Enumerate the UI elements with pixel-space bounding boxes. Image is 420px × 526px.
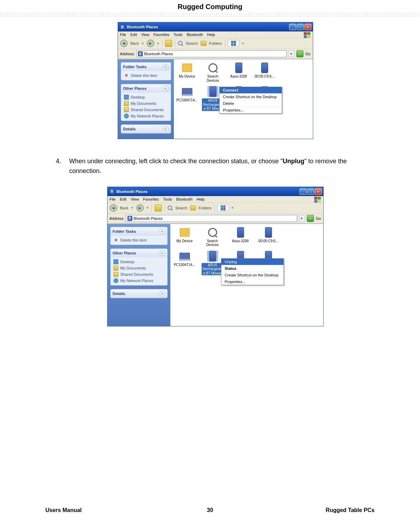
maximize-button[interactable]: □ — [307, 188, 314, 195]
collapse-button[interactable]: « — [160, 250, 165, 256]
context-menu-item-highlighted[interactable]: Connect — [220, 87, 282, 94]
go-button[interactable]: → — [307, 215, 314, 222]
toolbar-folders-label[interactable]: Folders — [209, 41, 222, 45]
context-menu-item[interactable]: Create Shortcut on the Desktop — [221, 272, 283, 279]
forward-button[interactable]: ► — [136, 204, 144, 212]
other-places-item[interactable]: Desktop — [113, 259, 165, 264]
mouse-icon — [207, 86, 219, 97]
close-button[interactable]: × — [315, 188, 322, 195]
folder-icon — [182, 62, 193, 73]
device-item[interactable]: Asus-3208 — [229, 62, 249, 82]
device-item[interactable]: 00:05:C9:6... — [258, 227, 279, 247]
device-item[interactable]: Asus-3208 — [230, 227, 251, 247]
laptop-icon — [182, 86, 193, 97]
back-label: Back — [120, 206, 128, 210]
forward-button[interactable]: ► — [147, 39, 154, 47]
menu-edit[interactable]: Edit — [130, 33, 137, 37]
phone-icon — [235, 227, 246, 238]
other-places-title: Other Places — [113, 251, 136, 255]
other-places-panel: Other Places « Desktop My Documents Shar… — [121, 84, 171, 121]
toolbar-search-label[interactable]: Search — [175, 206, 187, 210]
context-menu-item[interactable]: Delete — [220, 100, 282, 107]
folders-icon — [190, 206, 196, 210]
folder-icon — [179, 227, 190, 238]
menu-bluetooth[interactable]: Bluetooth — [187, 33, 203, 37]
menu-view[interactable]: View — [131, 197, 139, 201]
collapse-button[interactable]: « — [160, 229, 165, 234]
views-button[interactable] — [218, 204, 229, 211]
collapse-button[interactable]: « — [163, 64, 169, 70]
address-input[interactable]: B Bluetooth Places — [126, 215, 297, 222]
address-dropdown-button[interactable]: ▾ — [299, 215, 305, 222]
up-folder-button[interactable] — [155, 204, 162, 211]
toolbar: ◄ Back ▾ ► ▾ Search Folders ▾ — [118, 38, 313, 49]
window-title: Bluetooth Places — [127, 25, 287, 29]
other-places-item[interactable]: Shared Documents — [113, 272, 165, 277]
other-places-panel: Other Places « Desktop My Documents Shar… — [110, 248, 168, 286]
delete-item-link[interactable]: ✕Delete this item — [124, 73, 169, 78]
footer-page-number: 30 — [207, 507, 213, 513]
menu-file[interactable]: File — [120, 33, 126, 37]
back-button[interactable]: ◄ — [110, 204, 117, 212]
device-item[interactable]: PC1004714... — [177, 86, 197, 111]
other-places-item[interactable]: My Network Places — [124, 114, 169, 118]
context-menu-item[interactable]: Create Shortcut on the Desktop — [220, 94, 282, 100]
other-places-item[interactable]: Shared Documents — [124, 107, 169, 112]
other-places-item[interactable]: My Network Places — [113, 278, 165, 283]
minimize-button[interactable]: _ — [289, 24, 296, 30]
minimize-button[interactable]: _ — [300, 188, 307, 195]
device-item[interactable]: 00:05:C9:6... — [255, 62, 274, 82]
folder-tasks-title: Folder Tasks — [113, 229, 136, 233]
address-dropdown-button[interactable]: ▾ — [289, 51, 294, 57]
close-button[interactable]: × — [304, 24, 311, 30]
collapse-button[interactable]: « — [163, 86, 169, 91]
phone-icon — [263, 227, 274, 238]
bluetooth-icon: B — [110, 189, 115, 194]
svg-rect-2 — [304, 35, 307, 38]
menu-edit[interactable]: Edit — [120, 197, 126, 201]
context-menu-item[interactable]: Status — [221, 265, 283, 272]
menu-bluetooth[interactable]: Bluetooth — [176, 197, 192, 201]
svg-rect-3 — [307, 35, 310, 38]
device-item[interactable]: PC1004714... — [174, 251, 196, 276]
device-item[interactable]: My Device — [174, 227, 196, 247]
back-button[interactable]: ◄ — [120, 39, 128, 47]
other-places-item[interactable]: Desktop — [124, 95, 169, 100]
menu-favorites[interactable]: Favorites — [143, 197, 159, 201]
toolbar-folders-label[interactable]: Folders — [199, 206, 212, 210]
context-menu-item[interactable]: Properties... — [220, 107, 282, 113]
menu-help[interactable]: Help — [197, 197, 205, 201]
menu-tools[interactable]: Tools — [174, 33, 183, 37]
expand-button[interactable]: » — [160, 291, 165, 296]
other-places-item[interactable]: My Documents — [113, 266, 165, 271]
titlebar[interactable]: B Bluetooth Places _ □ × — [118, 22, 313, 31]
address-input[interactable]: B Bluetooth Places — [136, 50, 287, 57]
bluetooth-window-1: B Bluetooth Places _ □ × File Edit View … — [118, 22, 313, 139]
device-item-selected[interactable]: ASUS Rechargeable BT Mouse — [202, 251, 223, 276]
footer-right: Rugged Table PCs — [326, 507, 375, 513]
go-button[interactable]: → — [296, 50, 303, 57]
device-item[interactable]: Search Devices — [203, 62, 223, 82]
phone-icon — [233, 62, 244, 73]
toolbar-search-label[interactable]: Search — [186, 41, 198, 45]
titlebar[interactable]: B Bluetooth Places _ □ × — [108, 187, 323, 196]
delete-item-link[interactable]: ✕Delete this item — [113, 238, 165, 243]
context-menu-item-highlighted[interactable]: Unplug — [221, 259, 283, 265]
expand-button[interactable]: » — [163, 126, 169, 132]
views-button[interactable] — [228, 40, 239, 47]
details-panel: Details » — [110, 289, 168, 298]
context-menu-item[interactable]: Properties... — [221, 279, 283, 285]
maximize-button[interactable]: □ — [297, 24, 304, 30]
up-folder-button[interactable] — [165, 40, 172, 47]
menu-view[interactable]: View — [141, 33, 149, 37]
menu-tools[interactable]: Tools — [163, 197, 172, 201]
search-icon — [168, 206, 172, 210]
menu-help[interactable]: Help — [207, 33, 215, 37]
folder-tasks-title: Folder Tasks — [123, 65, 147, 69]
menu-favorites[interactable]: Favorites — [154, 33, 169, 37]
other-places-item[interactable]: My Documents — [124, 101, 169, 106]
device-item[interactable]: Search Devices — [202, 227, 223, 247]
menu-file[interactable]: File — [110, 197, 116, 201]
device-item[interactable]: My Device — [177, 62, 197, 82]
magnifier-icon — [207, 227, 218, 238]
